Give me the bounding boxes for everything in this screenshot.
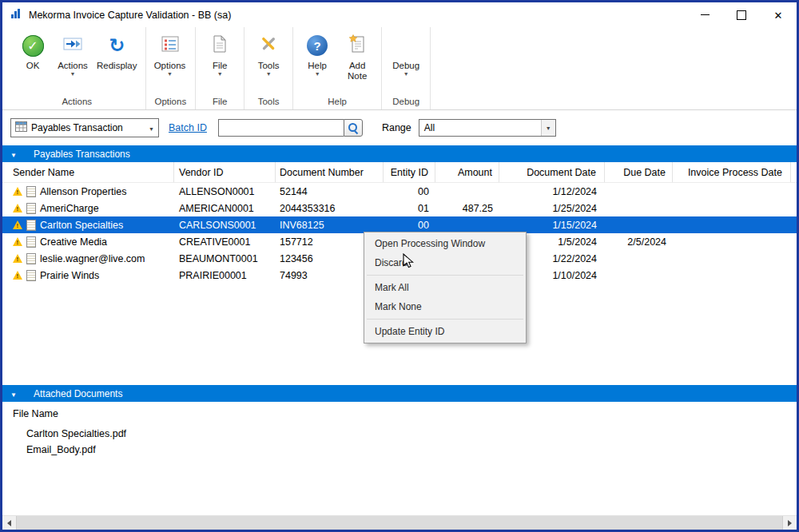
warning-icon: [13, 254, 22, 263]
menu-item-open-processing-window[interactable]: Open Processing Window: [364, 234, 526, 253]
attached-documents-title: Attached Documents: [34, 388, 122, 399]
attachment-document-icon: [26, 220, 36, 231]
ribbon-group-label-debug: Debug: [386, 93, 426, 109]
ribbon-group-label-file: File: [200, 93, 240, 109]
chevron-down-icon: [167, 71, 173, 81]
entity-id: 01: [384, 203, 435, 214]
payables-transactions-title: Payables Transactions: [34, 149, 130, 160]
search-input[interactable]: [218, 119, 344, 137]
warning-icon: [13, 187, 22, 196]
view-selector-dropdown[interactable]: Payables Transaction: [10, 118, 159, 137]
document-number: 2044353316: [276, 203, 384, 214]
attachment-document-icon: [26, 236, 36, 248]
entity-id: 00: [384, 220, 435, 231]
add-note-button-label: Add Note: [344, 61, 371, 81]
vendor-id: PRAIRIE00001: [174, 270, 276, 281]
menu-item-discard[interactable]: Discard: [364, 253, 526, 272]
chevron-down-icon: [541, 120, 555, 136]
chevron-down-icon: [315, 71, 320, 81]
scroll-left-arrow[interactable]: [2, 516, 16, 530]
range-label: Range: [382, 122, 411, 133]
attached-documents-body: File Name Carlton Specialties.pdf Email_…: [2, 402, 797, 458]
ribbon-group-options: Options Options: [146, 27, 197, 109]
minimize-icon: [701, 14, 710, 15]
due-date: 2/5/2024: [605, 236, 673, 248]
menu-item-update-entity-id[interactable]: Update Entity ID: [364, 322, 526, 341]
options-button[interactable]: Options: [150, 27, 190, 93]
tools-button[interactable]: Tools: [248, 27, 288, 93]
view-selector-value: Payables Transaction: [31, 122, 123, 133]
minimize-button[interactable]: [686, 2, 723, 27]
transactions-table-header: Sender Name Vendor ID Document Number En…: [2, 162, 797, 183]
menu-item-mark-all[interactable]: Mark All: [364, 278, 526, 297]
ribbon-group-actions: OK Actions: [9, 27, 146, 109]
options-list-icon: [161, 36, 179, 55]
batch-id-link[interactable]: Batch ID: [169, 122, 207, 133]
column-header-amount[interactable]: Amount: [435, 162, 499, 182]
debug-button[interactable]: Debug: [386, 27, 426, 93]
vendor-id: AMERICAN0001: [174, 203, 276, 214]
column-header-filler: [791, 162, 797, 182]
search-button[interactable]: [344, 119, 363, 137]
document-number: INV68125: [276, 220, 384, 231]
ok-button[interactable]: OK: [13, 27, 53, 93]
vendor-id: CREATIVE0001: [174, 236, 276, 248]
maximize-button[interactable]: [723, 2, 760, 27]
list-item-file[interactable]: Carlton Specialties.pdf: [26, 426, 797, 442]
add-note-icon: [348, 34, 366, 57]
payables-transactions-header-bar[interactable]: Payables Transactions: [2, 145, 797, 162]
chevron-down-icon: [70, 71, 76, 81]
chevron-down-icon: [266, 71, 272, 81]
collapse-arrow-icon[interactable]: [10, 388, 28, 399]
filter-bar: Payables Transaction Batch ID Range All: [2, 110, 797, 145]
attached-documents-header-bar[interactable]: Attached Documents: [2, 385, 797, 402]
column-header-document-number[interactable]: Document Number: [276, 162, 384, 182]
collapse-arrow-icon[interactable]: [10, 149, 28, 160]
table-row[interactable]: AmeriCharge AMERICAN0001 2044353316 01 4…: [2, 200, 797, 216]
range-value: All: [424, 122, 435, 133]
horizontal-scrollbar[interactable]: [2, 515, 797, 530]
column-header-invoice-process-date[interactable]: Invoice Process Date: [673, 162, 791, 182]
debug-button-label: Debug: [392, 61, 419, 71]
document-date: 1/12/2024: [499, 186, 605, 197]
redisplay-button[interactable]: Redisplay: [93, 27, 141, 93]
add-note-button[interactable]: Add Note: [337, 27, 377, 93]
document-date: 1/25/2024: [499, 203, 605, 214]
menu-item-mark-none[interactable]: Mark None: [364, 297, 526, 316]
scrollbar-thumb[interactable]: [16, 516, 783, 530]
window-title: Mekorma Invoice Capture Validation - BB …: [29, 10, 231, 21]
help-button-label: Help: [308, 61, 327, 71]
context-menu: Open Processing Window Discard Mark All …: [364, 232, 527, 343]
file-button[interactable]: File: [200, 27, 240, 93]
list-item-file[interactable]: Email_Body.pdf: [26, 442, 797, 458]
warning-icon: [13, 220, 22, 229]
column-header-sender-name[interactable]: Sender Name: [2, 162, 174, 182]
column-header-document-date[interactable]: Document Date: [499, 162, 605, 182]
attachment-document-icon: [26, 203, 36, 214]
sender-name: Allenson Properties: [40, 186, 126, 197]
chevron-down-icon: [149, 122, 154, 133]
file-name-column-label: File Name: [13, 408, 797, 419]
menu-separator: [367, 275, 523, 276]
tools-button-label: Tools: [258, 61, 280, 71]
column-header-due-date[interactable]: Due Date: [605, 162, 673, 182]
redisplay-refresh-icon: [109, 36, 125, 55]
help-button[interactable]: Help: [297, 27, 337, 93]
range-dropdown[interactable]: All: [419, 119, 556, 137]
tools-icon: [259, 34, 278, 57]
attachment-document-icon: [26, 186, 36, 197]
grid-icon: [15, 121, 27, 134]
chevron-down-icon: [403, 71, 409, 81]
actions-button-label: Actions: [58, 61, 88, 71]
scroll-right-arrow[interactable]: [783, 516, 797, 530]
close-button[interactable]: [760, 2, 797, 27]
table-row[interactable]: Allenson Properties ALLENSON0001 52144 0…: [2, 183, 797, 200]
vendor-id: BEAUMONT0001: [174, 253, 276, 264]
table-row-selected[interactable]: Carlton Specialties CARLSONS0001 INV6812…: [2, 216, 797, 233]
maximize-icon: [737, 10, 746, 20]
actions-button[interactable]: Actions: [53, 27, 93, 93]
column-header-vendor-id[interactable]: Vendor ID: [174, 162, 276, 182]
column-header-entity-id[interactable]: Entity ID: [384, 162, 435, 182]
redisplay-button-label: Redisplay: [97, 61, 137, 71]
ribbon-group-label-options: Options: [150, 93, 192, 109]
